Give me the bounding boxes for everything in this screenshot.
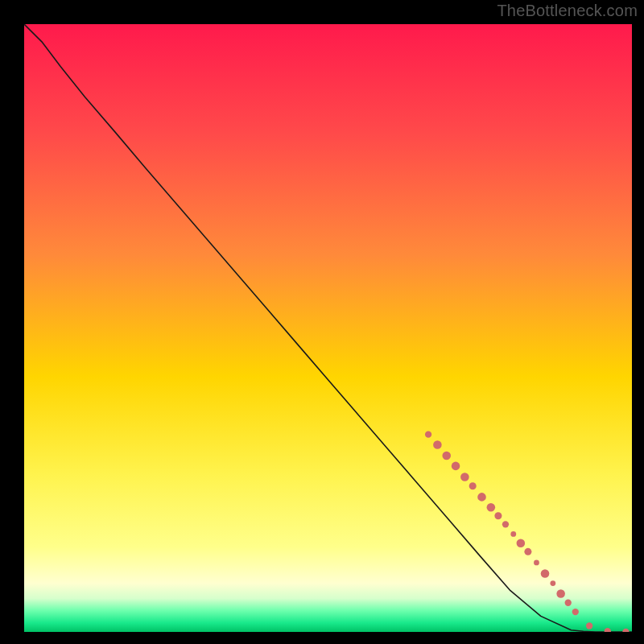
data-point <box>460 473 469 481</box>
data-point <box>487 503 496 512</box>
data-point <box>425 431 431 437</box>
data-point <box>556 589 565 598</box>
data-point <box>565 600 572 606</box>
gradient-background <box>24 24 632 632</box>
data-point <box>534 560 539 566</box>
data-point <box>442 452 451 460</box>
chart-svg <box>24 24 632 632</box>
data-point <box>550 580 555 586</box>
data-point <box>541 569 550 578</box>
data-point <box>452 462 460 471</box>
data-point <box>586 622 592 629</box>
data-point <box>494 512 502 519</box>
data-point <box>517 539 526 547</box>
data-point <box>469 482 477 489</box>
data-point <box>524 548 531 555</box>
attribution-label: TheBottleneck.com <box>497 2 638 20</box>
data-point <box>477 493 486 502</box>
chart-frame: TheBottleneck.com <box>0 0 644 644</box>
data-point <box>572 609 579 615</box>
data-point <box>502 521 509 527</box>
data-point <box>433 440 442 449</box>
data-point <box>510 531 516 537</box>
plot-area <box>24 24 632 632</box>
